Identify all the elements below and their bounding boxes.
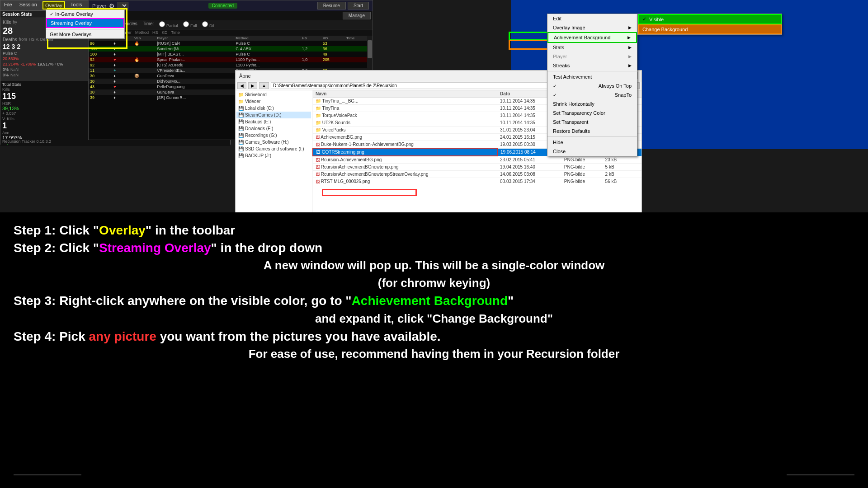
tree-item-f[interactable]: 💾 Dowloads (F:) xyxy=(236,125,311,132)
fb-forward-btn[interactable]: ▶ xyxy=(248,82,257,89)
ctx-divider2 xyxy=(547,136,637,137)
session-stats-label: Session Stats xyxy=(2,12,32,17)
step2-cont2: (for chromw keying) xyxy=(14,274,854,292)
step3-line: Step 3: Right-click anywhere on the visi… xyxy=(14,292,854,310)
ctx-player[interactable]: Player xyxy=(547,52,637,61)
ctx-snap-to[interactable]: SnapTo xyxy=(547,90,637,99)
ctx-restore-defaults[interactable]: Restore Defaults xyxy=(547,127,637,136)
step1-line: Step 1: Click "Overlay" in the toolbar xyxy=(14,221,854,239)
resume-button[interactable]: Resume xyxy=(317,2,346,9)
in-game-overlay-item[interactable]: ✓ In-Game Overlay xyxy=(46,10,124,18)
radio-full[interactable] xyxy=(183,21,189,27)
menu-tools[interactable]: Tools xyxy=(69,1,84,9)
table-row: 92♦[CTS] A:Dred0L100 Pytho... xyxy=(89,62,373,68)
manage-button[interactable]: Manage xyxy=(343,12,371,19)
table-row: 92♥🔥Spear Phalan...L100 Pytho...1,0205 xyxy=(89,57,373,62)
total-stats-label: Total Stats xyxy=(2,82,21,87)
left-divider xyxy=(14,474,81,475)
tree-item-videoer[interactable]: 📁 Videoer xyxy=(236,98,311,105)
ctx-streaks[interactable]: Streaks xyxy=(547,61,637,70)
step2-line: Step 2: Click "Streaming Overlay" in the… xyxy=(14,239,854,257)
table-row: 96♦🔥[RUSK] Cal4Pulse C53 xyxy=(89,41,373,46)
ach-visible-item[interactable]: ✓ Visible xyxy=(638,14,782,24)
radio-dif[interactable] xyxy=(202,21,208,27)
file-row[interactable]: 🖼 Rcursion-AchievementBG.png 23.02.2015 … xyxy=(313,156,642,164)
tree-item-e[interactable]: 💾 Backups (E:) xyxy=(236,118,311,125)
ctx-test-achievement[interactable]: Test Achievement xyxy=(547,72,637,81)
game-filter-row: BR Cla Veh Player Method HS KD Time xyxy=(89,29,373,36)
overlay-dropdown: ✓ In-Game Overlay Streaming Overlay Get … xyxy=(46,9,125,39)
connected-badge: Connected xyxy=(208,3,237,9)
context-menu: Edit Overlay Image Achievement Backgroun… xyxy=(547,14,637,156)
ctx-stats[interactable]: Stats xyxy=(547,43,637,52)
ctx-always-on-top[interactable]: Always On Top xyxy=(547,81,637,90)
ctx-edit[interactable]: Edit xyxy=(547,14,637,23)
step3-cont: and expand it, click "Change Background" xyxy=(14,310,854,328)
start-button[interactable]: Start xyxy=(348,2,369,9)
file-row[interactable]: 🖼 RcursionAchievementBGnewtemp.png 19.04… xyxy=(313,164,642,171)
game-tabs: Events Kills, Vehicles Time: Partial Ful… xyxy=(89,20,373,29)
menu-overlay[interactable]: Overlay xyxy=(42,1,65,9)
ctx-hide[interactable]: Hide xyxy=(547,138,637,147)
menu-session[interactable]: Session xyxy=(18,1,39,9)
blue-panel: Edit Overlay Image Achievement Backgroun… xyxy=(511,0,868,149)
fb-title: Åpne xyxy=(239,73,251,79)
achievement-submenu: ✓ Visible Change Background xyxy=(637,14,782,35)
menu-file[interactable]: File xyxy=(2,1,14,9)
streaming-overlay-item[interactable]: Streaming Overlay xyxy=(46,18,124,28)
fb-back-btn[interactable]: ◀ xyxy=(237,82,246,89)
ctx-overlay-image[interactable]: Overlay Image xyxy=(547,23,637,32)
tree-item-j[interactable]: 💾 BACKUP (J:) xyxy=(236,152,311,159)
tree-item-h[interactable]: 💾 Games_Software (H:) xyxy=(236,139,311,145)
step4-line: Step 4: Pick any picture you want from t… xyxy=(14,328,854,345)
ctx-set-transparency-color[interactable]: Set Transparency Color xyxy=(547,108,637,117)
fb-tree: 📁 Skrivebord 📁 Videoer 💾 Lokal disk (C:)… xyxy=(236,90,312,230)
right-divider xyxy=(787,474,854,475)
file-row[interactable]: 🖼 RcursionAchievementBGnewtempStreamOver… xyxy=(313,171,642,178)
file-row[interactable]: 🖼 RTST MLG_000026.png 03.03.2015 17:34PN… xyxy=(313,178,642,185)
step2-cont: A new window will pop up. This will be a… xyxy=(14,257,854,274)
get-more-overlays-item[interactable]: Get More Overlays xyxy=(46,30,124,38)
fb-up-btn[interactable]: ▲ xyxy=(259,82,269,89)
tree-item-c[interactable]: 💾 Lokal disk (C:) xyxy=(236,105,311,112)
ctx-shrink-horizontally[interactable]: Shrink Horizontally xyxy=(547,99,637,108)
ctx-achievement-background[interactable]: Achievement Background xyxy=(547,32,637,43)
table-row: 100♦[MIT] BEAST...Pulse C49 xyxy=(89,52,373,57)
player-select[interactable] xyxy=(118,2,128,9)
game-panel-header: Player ⚙ Connected Resume Start xyxy=(89,0,373,11)
step4-cont: For ease of use, recommend having them i… xyxy=(14,345,854,363)
ach-change-background-item[interactable]: Change Background xyxy=(638,24,782,34)
radio-partial[interactable] xyxy=(159,21,165,27)
ctx-divider1 xyxy=(547,71,637,71)
dropdown-divider xyxy=(46,29,124,29)
col-name[interactable]: Navn xyxy=(313,90,497,98)
table-row: 100♦Sunderer[Mi...C-4 ARX1,236 xyxy=(89,46,373,52)
player-label: Player xyxy=(92,3,106,9)
tree-item-g[interactable]: 💾 Recordings (G:) xyxy=(236,132,311,139)
tree-item-skrivebord[interactable]: 📁 Skrivebord xyxy=(236,91,311,98)
ctx-close[interactable]: Close xyxy=(547,147,637,156)
ctx-set-transparent[interactable]: Set Transparent xyxy=(547,117,637,127)
tree-item-i[interactable]: 💾 SSD Games and software (I:) xyxy=(236,145,311,152)
tree-item-d[interactable]: 💾 SteamGames (D:) xyxy=(236,112,311,118)
instructions-section: Step 1: Click "Overlay" in the toolbar S… xyxy=(0,212,868,488)
tab-time: Time: xyxy=(143,21,154,28)
